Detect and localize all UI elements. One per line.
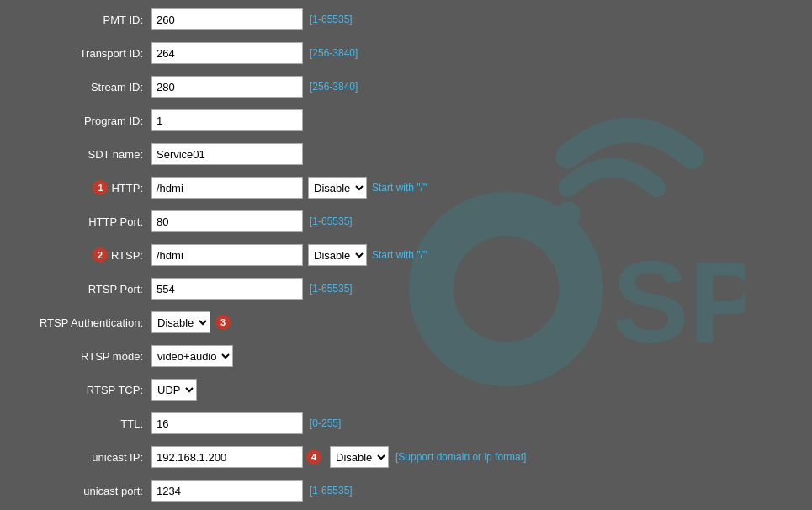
transport-id-input[interactable]: [151, 42, 303, 64]
rtsp-num: 2: [93, 247, 108, 263]
rtsp-auth-dropdown[interactable]: Disable Enable: [151, 311, 210, 333]
rtsp-mode-dropdown[interactable]: video+audio video audio: [151, 345, 233, 367]
transport-id-row: Transport ID: [256-3840]: [17, 40, 795, 66]
http-hint: Start with "/": [372, 182, 427, 194]
stream-id-row: Stream ID: [256-3840]: [17, 74, 795, 99]
pmt-id-row: PMT ID: [1-65535]: [17, 7, 795, 32]
rtsp-port-range: [1-65535]: [310, 283, 353, 295]
unicast-port-row: unicast port: [1-65535]: [17, 478, 795, 503]
rtsp-auth-row: RTSP Authentication: Disable Enable 3: [17, 310, 795, 335]
unicast-ip-label: unicast IP:: [17, 451, 151, 464]
rtsp-port-label: RTSP Port:: [17, 283, 151, 295]
sdt-name-row: SDT name:: [17, 141, 795, 167]
http-port-label: HTTP Port:: [17, 215, 151, 228]
stream-id-label: Stream ID:: [17, 81, 151, 93]
unicast-ip-input[interactable]: [151, 446, 303, 468]
ttl-input[interactable]: [151, 412, 303, 434]
program-id-input[interactable]: [151, 109, 303, 131]
sdt-name-input[interactable]: [151, 143, 303, 165]
stream-id-range: [256-3840]: [310, 81, 358, 93]
unicast-port-label: unicast port:: [17, 485, 151, 497]
rtsp-auth-label: RTSP Authentication:: [17, 316, 151, 329]
sdt-name-label: SDT name:: [17, 148, 151, 161]
pmt-id-label: PMT ID:: [17, 13, 151, 26]
rtsp-row: 2 RTSP: Disable Enable Start with "/": [17, 242, 795, 268]
rtsp-label: 2 RTSP:: [17, 247, 151, 263]
http-input[interactable]: [151, 177, 303, 199]
unicast-ip-num: 4: [306, 449, 321, 465]
http-port-input[interactable]: [151, 210, 303, 232]
http-num: 1: [93, 180, 108, 195]
rtsp-port-row: RTSP Port: [1-65535]: [17, 276, 795, 301]
http-row: 1 HTTP: Disable Enable Start with "/": [17, 175, 795, 200]
rtsp-tcp-dropdown[interactable]: UDP TCP: [151, 379, 197, 401]
rtsp-mode-label: RTSP mode:: [17, 350, 151, 363]
unicast-port-input[interactable]: [151, 480, 303, 502]
ttl-label: TTL:: [17, 417, 151, 430]
rtsp-tcp-row: RTSP TCP: UDP TCP: [17, 377, 795, 402]
rtsp-input[interactable]: [151, 244, 303, 266]
rtsp-hint: Start with "/": [372, 249, 427, 261]
program-id-label: Program ID:: [17, 114, 151, 127]
http-dropdown[interactable]: Disable Enable: [308, 177, 367, 199]
stream-id-input[interactable]: [151, 76, 303, 98]
ttl-row: TTL: [0-255]: [17, 411, 795, 436]
pmt-id-range: [1-65535]: [310, 13, 353, 25]
unicast-ip-hint: [Support domain or ip format]: [395, 451, 526, 463]
transport-id-range: [256-3840]: [310, 47, 358, 59]
http-port-row: HTTP Port: [1-65535]: [17, 209, 795, 234]
ttl-range: [0-255]: [310, 417, 341, 429]
unicast-ip-extras: Disable Enable [Support domain or ip for…: [330, 446, 526, 468]
rtsp-dropdown[interactable]: Disable Enable: [308, 244, 367, 266]
http-extras: Disable Enable Start with "/": [308, 177, 427, 199]
unicast-ip-dropdown[interactable]: Disable Enable: [330, 446, 389, 468]
pmt-id-input[interactable]: [151, 8, 303, 30]
unicast-port-range: [1-65535]: [310, 485, 353, 497]
rtsp-mode-row: RTSP mode: video+audio video audio: [17, 343, 795, 369]
rtsp-port-input[interactable]: [151, 278, 303, 300]
http-label: 1 HTTP:: [17, 180, 151, 195]
program-id-row: Program ID:: [17, 108, 795, 133]
http-port-range: [1-65535]: [310, 215, 353, 227]
rtsp-extras: Disable Enable Start with "/": [308, 244, 427, 266]
rtsp-auth-num: 3: [215, 315, 231, 330]
unicast-ip-row: unicast IP: 4 Disable Enable [Support do…: [17, 444, 795, 470]
rtsp-tcp-label: RTSP TCP:: [17, 384, 151, 396]
transport-id-label: Transport ID:: [17, 47, 151, 60]
